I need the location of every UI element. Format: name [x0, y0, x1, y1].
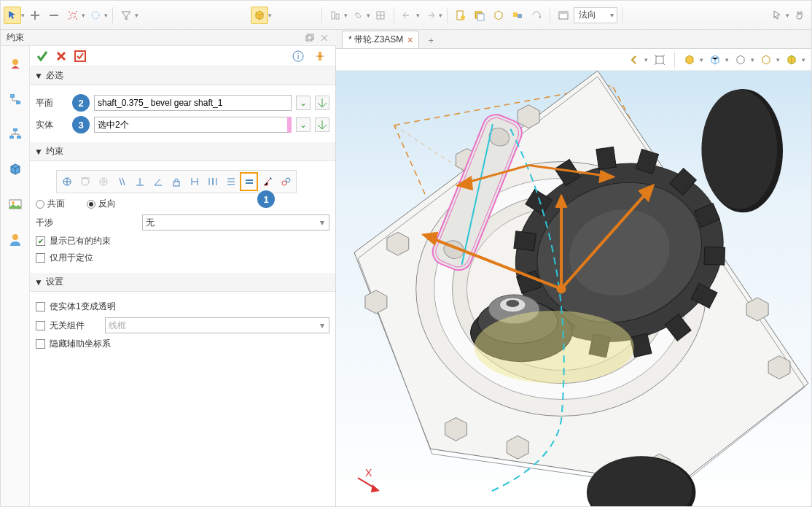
back-view-icon[interactable] — [625, 51, 643, 69]
dropdown-arrow-icon[interactable]: ▾ — [367, 12, 370, 19]
hide-aux-checkbox[interactable] — [36, 339, 45, 349]
cancel-button[interactable] — [52, 47, 71, 65]
coplanar-radio[interactable]: 共面 — [36, 198, 65, 210]
chain-tool-icon[interactable] — [349, 7, 367, 24]
grid-tool-icon[interactable] — [372, 7, 389, 24]
tab-close-icon[interactable]: × — [407, 35, 413, 45]
solid-input[interactable] — [94, 117, 292, 133]
constraint-parallel-icon[interactable] — [113, 172, 131, 191]
constraint-coplanar-icon[interactable] — [240, 172, 258, 191]
rail-image-icon[interactable] — [6, 195, 25, 214]
constraint-frame-icon[interactable] — [258, 172, 276, 191]
lasso-tool-icon[interactable] — [87, 7, 104, 24]
positioning-only-checkbox[interactable] — [36, 253, 45, 263]
section-view-icon[interactable] — [783, 51, 800, 69]
constraint-perpendicular-icon[interactable] — [131, 172, 149, 191]
svg-rect-18 — [16, 101, 20, 104]
redo-icon[interactable] — [421, 7, 439, 24]
rail-user-icon[interactable] — [6, 230, 25, 249]
constraint-lock-icon[interactable] — [168, 172, 186, 191]
rail-box-icon[interactable] — [6, 160, 25, 179]
dropdown-arrow-icon[interactable]: ▾ — [21, 12, 25, 19]
dropdown-arrow-icon[interactable]: ▾ — [268, 12, 272, 19]
rail-tree-icon[interactable] — [6, 125, 25, 144]
constraint-coincident-icon[interactable] — [58, 172, 77, 191]
doc-layers-icon[interactable] — [471, 7, 488, 24]
cursor-select-tool[interactable] — [4, 7, 21, 24]
constraint-symmetric-icon[interactable] — [222, 172, 240, 191]
apply-next-button[interactable] — [71, 47, 90, 65]
constraint-distance-icon[interactable] — [185, 172, 203, 191]
panel-restore-icon[interactable] — [304, 33, 316, 43]
constraint-gear-icon[interactable] — [276, 172, 294, 191]
undo-icon[interactable] — [399, 7, 416, 24]
align-tool-icon[interactable] — [327, 7, 344, 24]
add-tool[interactable] — [26, 7, 44, 24]
show-existing-checkbox[interactable] — [36, 236, 45, 246]
dropdown-arrow-icon[interactable]: ▾ — [439, 12, 442, 19]
plane-pick-button[interactable] — [315, 96, 329, 110]
view-all-icon[interactable] — [651, 51, 668, 69]
section-settings-header[interactable]: ▼ 设置 — [30, 273, 335, 292]
dropdown-arrow-icon[interactable]: ▾ — [776, 56, 780, 63]
view-direction-combo[interactable]: 法向 — [574, 7, 617, 23]
svg-rect-20 — [13, 128, 17, 131]
svg-rect-13 — [559, 12, 568, 14]
dropdown-arrow-icon[interactable]: ▾ — [104, 12, 108, 19]
tab-add-button[interactable]: + — [423, 34, 438, 48]
dropdown-arrow-icon[interactable]: ▾ — [135, 12, 138, 19]
cube-view-icon[interactable] — [251, 7, 268, 24]
dropdown-arrow-icon[interactable]: ▾ — [725, 56, 729, 63]
dropdown-arrow-icon[interactable]: ▾ — [700, 56, 703, 63]
dropdown-arrow-icon[interactable]: ▾ — [751, 56, 754, 63]
constraint-tangent-icon[interactable] — [77, 172, 95, 191]
solid-pick-button[interactable] — [315, 117, 329, 132]
svg-point-25 — [12, 234, 18, 240]
wireframe-mode-icon[interactable] — [732, 51, 749, 69]
edge-mode-icon[interactable] — [706, 51, 724, 69]
make-transparent-checkbox[interactable] — [36, 302, 45, 311]
window-icon[interactable] — [555, 7, 572, 24]
reverse-radio[interactable]: 反向 — [87, 198, 116, 210]
dropdown-arrow-icon[interactable]: ▾ — [344, 12, 348, 19]
expand-icon[interactable] — [311, 47, 329, 65]
apply-button[interactable] — [33, 47, 52, 65]
interference-combo[interactable]: 无 — [142, 214, 329, 231]
refresh-icon[interactable] — [528, 7, 545, 24]
cursor-icon[interactable] — [768, 7, 786, 24]
remove-tool[interactable] — [45, 7, 63, 24]
viewport-3d[interactable]: X — [336, 71, 811, 506]
solid-dropdown-button[interactable]: ⌄ — [296, 117, 311, 132]
dropdown-arrow-icon[interactable]: ▾ — [416, 12, 420, 19]
section-required-header[interactable]: ▼ 必选 — [30, 66, 335, 85]
rail-topology-icon[interactable]: T — [6, 90, 25, 109]
hand-pan-icon[interactable] — [791, 7, 808, 24]
document-tab[interactable]: * 带轮.Z3ASM × — [342, 31, 419, 48]
constraint-angle-icon[interactable] — [149, 172, 168, 191]
doc-properties-icon[interactable] — [452, 7, 469, 24]
filter-icon[interactable] — [117, 7, 135, 24]
constraint-concentric-icon[interactable] — [95, 172, 113, 191]
expand-selection-icon[interactable] — [64, 7, 82, 24]
dropdown-arrow-icon[interactable]: ▾ — [82, 12, 85, 19]
collapse-icon: ▼ — [34, 147, 43, 157]
plane-input[interactable] — [94, 95, 292, 111]
plane-dropdown-button[interactable]: ⌄ — [296, 96, 311, 110]
rail-assembly-icon[interactable] — [6, 55, 25, 74]
constraint-midplane-icon[interactable] — [203, 172, 222, 191]
dropdown-arrow-icon[interactable]: ▾ — [802, 56, 805, 63]
hidden-mode-icon[interactable] — [757, 51, 775, 69]
panel-close-icon[interactable] — [319, 33, 330, 43]
dropdown-arrow-icon[interactable]: ▾ — [644, 56, 648, 63]
svg-rect-34 — [173, 182, 179, 186]
box-icon[interactable] — [490, 7, 507, 24]
shade-mode-icon[interactable] — [681, 51, 698, 69]
info-icon[interactable]: i — [289, 47, 308, 65]
section-constraint-header[interactable]: ▼ 约束 — [30, 142, 335, 161]
group-icon[interactable] — [509, 7, 526, 24]
unrelated-combo[interactable]: 线框 — [105, 317, 329, 333]
unrelated-checkbox[interactable] — [36, 321, 45, 330]
svg-marker-88 — [371, 484, 380, 492]
dropdown-arrow-icon[interactable]: ▾ — [786, 12, 789, 19]
svg-point-32 — [100, 178, 107, 185]
